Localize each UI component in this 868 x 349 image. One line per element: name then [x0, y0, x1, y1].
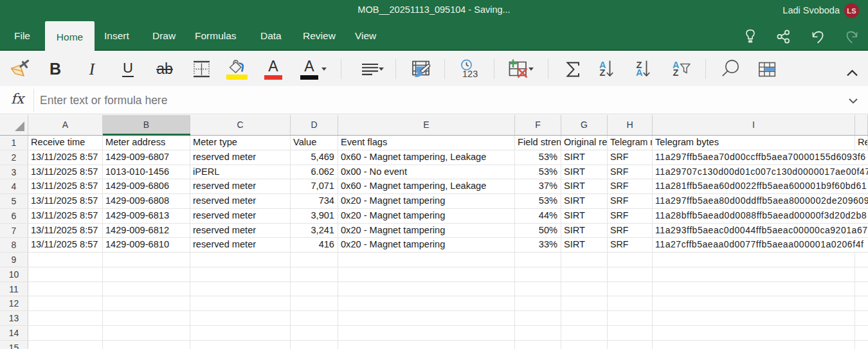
sort-descending-icon[interactable]: Z A — [633, 52, 658, 86]
cell-i1[interactable]: Telegram bytes — [653, 136, 855, 150]
cell-telegram-bytes[interactable]: 11a297ffb5aea80d00ddffb5aea8000002de2096… — [653, 194, 868, 208]
cell-empty[interactable] — [28, 282, 103, 296]
cell-empty[interactable] — [515, 296, 561, 310]
cell-empty[interactable] — [608, 253, 653, 267]
lightbulb-icon[interactable] — [742, 28, 759, 45]
cell-empty[interactable] — [561, 326, 608, 340]
cell-value[interactable]: 5,469 — [291, 150, 338, 165]
cell-meter-address[interactable]: 1429-009-6807 — [103, 150, 190, 165]
cell-receive-time[interactable]: 13/11/2025 8:57 — [28, 194, 103, 208]
cell-field-strength[interactable]: 53% — [515, 165, 561, 179]
cell-original-receiver[interactable]: SIRT — [561, 224, 608, 238]
row-number[interactable]: 13 — [0, 311, 28, 325]
cell-meter-type[interactable]: reserved meter — [190, 194, 291, 208]
cell-empty[interactable] — [515, 311, 561, 325]
font-color-caret[interactable] — [321, 67, 327, 71]
cell-telegram[interactable]: SRF — [608, 179, 653, 193]
cell-empty[interactable] — [855, 267, 868, 282]
format-painter-icon[interactable] — [8, 52, 32, 86]
column-header-j[interactable] — [855, 115, 868, 135]
cell-empty[interactable] — [561, 311, 608, 325]
cell-meter-type[interactable]: reserved meter — [190, 209, 291, 223]
cell-value[interactable]: 416 — [291, 238, 338, 252]
cell-empty[interactable] — [103, 341, 190, 349]
cell-empty[interactable] — [338, 326, 515, 340]
cell-empty[interactable] — [190, 267, 291, 282]
cell-empty[interactable] — [291, 341, 338, 349]
cell-empty[interactable] — [291, 326, 338, 340]
redo-icon[interactable] — [844, 28, 860, 45]
cell-empty[interactable] — [28, 326, 103, 340]
cell-empty[interactable] — [103, 311, 190, 325]
cell-telegram[interactable]: SRF — [608, 209, 653, 223]
cell-empty[interactable] — [338, 253, 515, 267]
row-number[interactable]: 9 — [0, 253, 28, 267]
cell-field-strength[interactable]: 44% — [515, 209, 561, 223]
cell-empty[interactable] — [653, 267, 855, 282]
cell-g1[interactable]: Original re — [561, 136, 608, 150]
cell-meter-address[interactable]: 1429-009-6806 — [103, 179, 190, 193]
cell-empty[interactable] — [338, 341, 515, 349]
select-all-corner[interactable] — [0, 115, 28, 135]
cell-empty[interactable] — [653, 296, 855, 310]
cell-value[interactable]: 734 — [291, 194, 338, 208]
bold-icon[interactable]: B — [46, 52, 64, 86]
cell-c1[interactable]: Meter type — [190, 136, 291, 150]
insert-delete-cells-caret[interactable] — [529, 67, 534, 71]
cell-value[interactable]: 3,901 — [291, 209, 338, 223]
cell-empty[interactable] — [190, 282, 291, 296]
share-icon[interactable] — [775, 28, 791, 45]
cell-telegram-bytes[interactable]: 11a297ffb5aea70d00ccffb5aea70000155d6093… — [653, 150, 868, 165]
row-number[interactable]: 5 — [0, 194, 28, 208]
tab-data[interactable]: Data — [260, 30, 282, 44]
cell-event-flags[interactable]: 0x20 - Magnet tampering — [338, 209, 515, 223]
column-header-g[interactable]: G — [561, 115, 608, 135]
cell-empty[interactable] — [855, 282, 868, 296]
cell-empty[interactable] — [28, 341, 103, 349]
cell-meter-type[interactable]: reserved meter — [190, 179, 291, 193]
cell-empty[interactable] — [515, 326, 561, 340]
cell-original-receiver[interactable]: SIRT — [561, 238, 608, 252]
column-header-f[interactable]: F — [515, 115, 561, 135]
cell-f1[interactable]: Field stren — [515, 136, 561, 150]
tab-home[interactable]: Home — [45, 21, 95, 53]
cell-telegram[interactable]: SRF — [608, 150, 653, 165]
tab-formulas[interactable]: Formulas — [195, 30, 237, 44]
cell-empty[interactable] — [608, 326, 653, 340]
row-number[interactable]: 1 — [0, 136, 28, 150]
cell-empty[interactable] — [855, 311, 868, 325]
row-number[interactable]: 2 — [0, 150, 28, 165]
fill-color-icon[interactable] — [225, 52, 248, 86]
cell-empty[interactable] — [653, 311, 855, 325]
search-icon[interactable] — [719, 52, 741, 86]
row-number[interactable]: 11 — [0, 282, 28, 296]
cell-telegram-bytes[interactable]: 11a29707c130d00d01c007c130d0000017ae00f4… — [653, 165, 868, 179]
alignment-icon[interactable] — [360, 52, 379, 86]
cell-empty[interactable] — [28, 296, 103, 310]
cell-empty[interactable] — [103, 267, 190, 282]
cell-event-flags[interactable]: 0x20 - Magnet tampering — [338, 194, 515, 208]
cell-empty[interactable] — [190, 311, 291, 325]
cell-empty[interactable] — [561, 267, 608, 282]
cell-telegram[interactable]: SRF — [608, 194, 653, 208]
column-header-a[interactable]: A — [28, 115, 103, 135]
cell-meter-address[interactable]: 1429-009-6813 — [103, 209, 190, 223]
cell-meter-type[interactable]: reserved meter — [190, 238, 291, 252]
cell-empty[interactable] — [291, 311, 338, 325]
cell-field-strength[interactable]: 37% — [515, 179, 561, 193]
row-number[interactable]: 10 — [0, 267, 28, 282]
cell-event-flags[interactable]: 0x20 - Magnet tampering — [338, 224, 515, 238]
cell-empty[interactable] — [608, 267, 653, 282]
insert-delete-cells-icon[interactable] — [507, 52, 530, 86]
borders-icon[interactable] — [192, 52, 211, 86]
cell-d1[interactable]: Value — [291, 136, 338, 150]
alignment-caret[interactable] — [379, 67, 384, 71]
cell-meter-address[interactable]: 1013-010-1456 — [103, 165, 190, 179]
cell-empty[interactable] — [103, 326, 190, 340]
cell-empty[interactable] — [291, 282, 338, 296]
cell-event-flags[interactable]: 0x60 - Magnet tampering, Leakage — [338, 179, 515, 193]
column-header-e[interactable]: E — [338, 115, 515, 135]
column-header-b[interactable]: B — [103, 115, 190, 135]
autosum-icon[interactable] — [563, 52, 583, 86]
cell-empty[interactable] — [28, 311, 103, 325]
